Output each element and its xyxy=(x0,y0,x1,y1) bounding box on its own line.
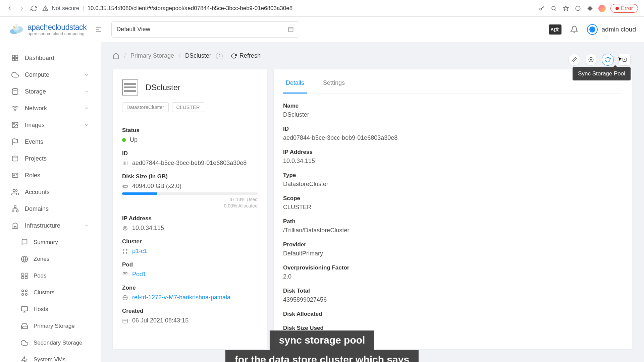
language-button[interactable]: A|文 xyxy=(549,24,561,35)
disk-size-label: Disk Size (in GB) xyxy=(122,173,258,180)
bookmark-icon[interactable] xyxy=(562,5,570,12)
sidebar-item-images[interactable]: Images xyxy=(0,117,101,133)
logo[interactable]: apachecloudstack open source cloud compu… xyxy=(8,21,87,38)
flag-icon xyxy=(11,138,19,145)
zoom-icon[interactable] xyxy=(550,5,557,12)
chevron-down-icon xyxy=(84,72,89,77)
sidebar-item-secondary-storage[interactable]: Secondary Storage xyxy=(0,335,101,351)
svg-point-40 xyxy=(22,294,24,296)
sidebar-label: Events xyxy=(25,138,43,145)
breadcrumb-primary-storage[interactable]: Primary Storage xyxy=(130,52,174,59)
status-label: Status xyxy=(122,127,258,134)
svg-point-54 xyxy=(124,186,124,187)
svg-point-59 xyxy=(123,252,124,253)
d-path-label: Path xyxy=(283,218,623,225)
sidebar-item-compute[interactable]: Compute xyxy=(0,66,101,83)
id-value: aed07844-b5ce-3bcc-beb9-01e6803a30e8 xyxy=(132,160,247,167)
allocated-percent: 0.00% Allocated xyxy=(224,203,258,208)
sidebar-item-roles[interactable]: Roles xyxy=(0,167,101,184)
sidebar-item-accounts[interactable]: Accounts xyxy=(0,184,101,200)
sidebar-item-summary[interactable]: Summary xyxy=(0,234,101,251)
tab-details[interactable]: Details xyxy=(283,79,307,94)
user-menu[interactable]: admin cloud xyxy=(587,24,636,35)
svg-rect-14 xyxy=(288,27,293,32)
sidebar-item-projects[interactable]: Projects xyxy=(0,150,101,167)
sidebar-item-events[interactable]: Events xyxy=(0,133,101,150)
home-icon[interactable] xyxy=(113,53,119,59)
sidebar-label: Accounts xyxy=(25,189,50,196)
d-scope-label: Scope xyxy=(283,195,623,202)
pod-link[interactable]: Pod1 xyxy=(132,271,146,278)
sidebar-item-hosts[interactable]: Hosts xyxy=(0,301,101,318)
used-percent: 37.13% Used xyxy=(229,197,258,202)
zone-label: Zone xyxy=(122,285,258,291)
chevron-down-icon xyxy=(84,89,89,94)
sidebar-label: Secondary Storage xyxy=(34,340,83,346)
profile-avatar[interactable] xyxy=(598,5,606,12)
sidebar-item-infrastructure[interactable]: Infrastructure xyxy=(0,217,101,234)
project-icon xyxy=(287,26,294,33)
sidebar-item-storage[interactable]: Storage xyxy=(0,83,101,100)
d-path-value: /Trillian/DatastoreCluster xyxy=(283,227,623,234)
sidebar-item-dashboard[interactable]: Dashboard xyxy=(0,50,101,66)
svg-line-71 xyxy=(624,59,626,61)
back-button[interactable] xyxy=(6,5,13,12)
svg-rect-18 xyxy=(12,59,14,61)
database-icon xyxy=(11,88,19,95)
menu-toggle-icon[interactable] xyxy=(95,25,103,34)
extensions-icon[interactable] xyxy=(586,5,594,12)
svg-rect-65 xyxy=(123,319,127,323)
help-icon[interactable]: ? xyxy=(216,53,223,59)
svg-point-1 xyxy=(45,9,46,10)
sidebar-item-primary-storage[interactable]: Primary Storage xyxy=(0,318,101,335)
svg-point-56 xyxy=(124,227,126,229)
key-icon[interactable] xyxy=(538,5,545,12)
cluster-label: Cluster xyxy=(122,238,258,245)
sidebar-label: Storage xyxy=(25,88,46,95)
svg-point-28 xyxy=(13,189,15,192)
svg-point-46 xyxy=(22,327,23,328)
sidebar-item-domains[interactable]: Domains xyxy=(0,200,101,217)
view-selector[interactable]: Default View xyxy=(111,21,299,38)
sidebar-label: Dashboard xyxy=(25,55,54,62)
svg-rect-30 xyxy=(12,210,14,212)
logo-subtitle: open source cloud computing xyxy=(28,31,87,36)
d-name-label: Name xyxy=(283,103,623,109)
d-diskalloc-label: Disk Allocated xyxy=(283,311,623,317)
delete-button[interactable] xyxy=(619,54,631,66)
sidebar-item-system-vms[interactable]: System VMs xyxy=(0,351,101,362)
svg-rect-62 xyxy=(126,273,127,274)
info-icon[interactable] xyxy=(574,5,582,12)
sidebar-label: Clusters xyxy=(34,289,54,296)
svg-rect-35 xyxy=(25,273,27,275)
notifications-icon[interactable] xyxy=(570,25,579,34)
sidebar-item-zones[interactable]: Zones xyxy=(0,251,101,267)
sidebar-label: Hosts xyxy=(34,306,48,313)
sync-button[interactable] xyxy=(602,54,614,66)
sidebar-item-clusters[interactable]: Clusters xyxy=(0,284,101,301)
usage-progress-bar xyxy=(122,192,258,195)
tab-settings[interactable]: Settings xyxy=(320,79,347,94)
svg-marker-5 xyxy=(564,6,569,10)
zone-link[interactable]: ref-trl-1272-v-M7-harikrishna-patnala xyxy=(132,294,230,301)
refresh-button[interactable]: Refresh xyxy=(231,52,261,59)
sidebar-item-network[interactable]: Network xyxy=(0,100,101,117)
globe-icon xyxy=(122,295,128,301)
ip-label: IP Address xyxy=(122,215,258,222)
reload-button[interactable] xyxy=(30,5,38,12)
pause-button[interactable] xyxy=(585,54,597,66)
d-overprov-label: Overprovisioning Factor xyxy=(283,264,623,271)
barcode-icon xyxy=(122,160,128,166)
wifi-icon xyxy=(11,105,19,112)
cluster-link[interactable]: p1-c1 xyxy=(132,248,147,255)
svg-point-3 xyxy=(552,6,555,10)
edit-button[interactable] xyxy=(568,54,580,66)
sidebar-item-pods[interactable]: Pods xyxy=(0,267,101,284)
project-icon xyxy=(11,155,19,162)
svg-rect-31 xyxy=(16,210,18,212)
forward-button[interactable] xyxy=(18,5,25,12)
svg-rect-16 xyxy=(12,55,14,57)
address-bar[interactable]: Not secure | 10.0.35.154:8080/client/#/s… xyxy=(42,2,533,14)
error-chip[interactable]: Error xyxy=(610,4,638,13)
sidebar-label: Zones xyxy=(34,256,49,262)
